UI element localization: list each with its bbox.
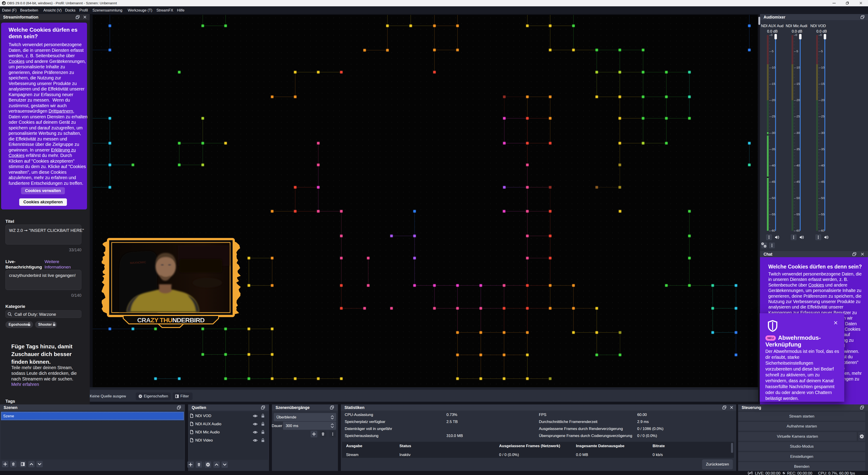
svg-text:CRAZY THUNDERBIRD: CRAZY THUNDERBIRD [137, 317, 205, 324]
